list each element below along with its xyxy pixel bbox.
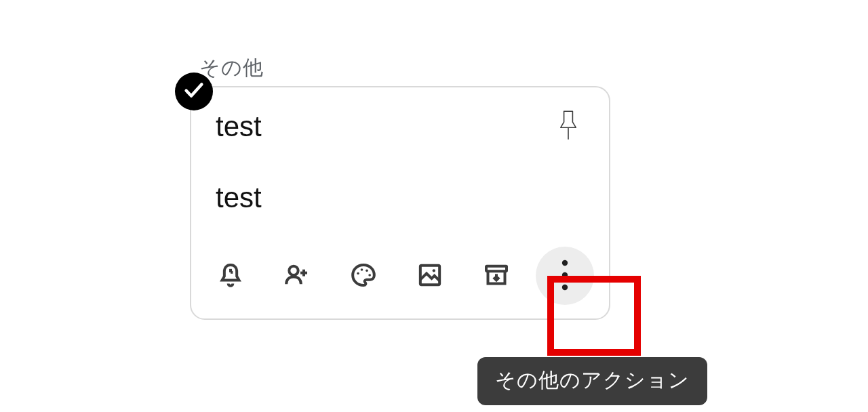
more-button-wrap	[536, 245, 594, 306]
more-actions-button[interactable]	[536, 247, 594, 305]
pin-icon	[555, 133, 582, 144]
more-vertical-icon	[561, 259, 568, 293]
reminder-bell-icon	[217, 262, 244, 291]
svg-point-1	[357, 272, 359, 274]
svg-point-9	[562, 272, 568, 277]
palette-icon	[350, 262, 377, 291]
person-add-icon	[283, 262, 311, 291]
svg-point-4	[368, 274, 371, 276]
check-icon	[182, 79, 205, 104]
selected-check-badge[interactable]	[175, 73, 213, 110]
svg-point-6	[433, 269, 435, 272]
svg-point-10	[562, 284, 568, 289]
note-card[interactable]: test test	[190, 86, 610, 320]
add-image-button[interactable]	[416, 260, 443, 292]
change-color-button[interactable]	[350, 260, 377, 292]
archive-icon	[483, 262, 510, 291]
note-toolbar	[216, 245, 585, 306]
note-section: その他 test test	[163, 54, 624, 320]
section-label: その他	[199, 54, 624, 82]
note-card-wrapper: test test	[163, 86, 624, 320]
more-actions-tooltip: その他のアクション	[477, 357, 707, 405]
svg-point-0	[289, 266, 298, 274]
pin-button[interactable]	[552, 106, 585, 146]
svg-point-2	[361, 268, 363, 271]
note-body[interactable]: test	[216, 182, 585, 214]
svg-point-8	[562, 260, 568, 265]
svg-rect-7	[486, 266, 507, 271]
remind-me-button[interactable]	[217, 260, 244, 292]
add-collaborator-button[interactable]	[283, 260, 311, 292]
note-title-row: test	[216, 106, 585, 146]
note-title[interactable]: test	[216, 110, 262, 143]
image-icon	[416, 262, 443, 291]
svg-point-3	[366, 269, 368, 272]
archive-button[interactable]	[483, 260, 510, 292]
